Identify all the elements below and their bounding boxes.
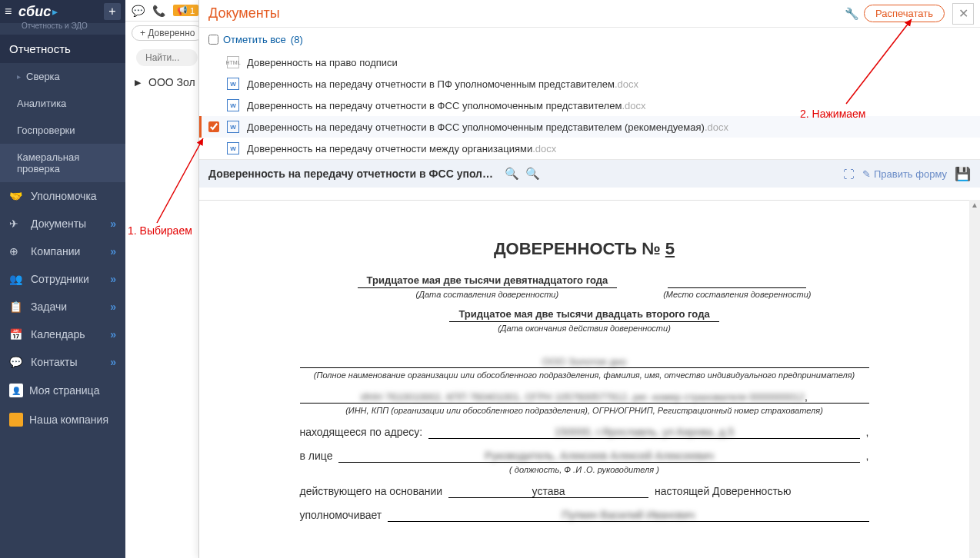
- doc-ext: .docx: [705, 121, 728, 133]
- doc-title: ДОВЕРЕННОСТЬ № 5: [300, 239, 869, 259]
- doc-row[interactable]: HTML Доверенность на право подписи: [199, 51, 980, 73]
- logo-arrow-icon: ▸: [52, 5, 58, 18]
- date-expire-caption: (Дата окончания действия доверенности): [449, 324, 718, 333]
- close-button[interactable]: ✕: [952, 3, 974, 25]
- nav-label: Календарь: [31, 328, 110, 340]
- authorize-label: уполномочивает: [300, 509, 382, 521]
- phone-icon[interactable]: 📞: [152, 5, 165, 17]
- doc-ext: .docx: [532, 143, 556, 154]
- sidebar-item-analytics[interactable]: Аналитика: [0, 90, 125, 117]
- wrench-icon[interactable]: 🔧: [845, 7, 859, 21]
- doc-name: Доверенность на право подписи: [247, 57, 398, 68]
- doc-name: Доверенность на передачу отчетности межд…: [247, 143, 532, 154]
- sidebar-item-sverka[interactable]: ▸ Сверка: [0, 63, 125, 90]
- nav-label: Задачи: [31, 301, 110, 313]
- mark-all-checkbox[interactable]: [208, 35, 218, 45]
- globe-icon: ⊕: [9, 245, 25, 257]
- add-proxy-button[interactable]: + Доверенно: [132, 25, 203, 41]
- sidebar-item-employees[interactable]: 👥 Сотрудники »: [0, 265, 125, 293]
- nav-label: Моя страница: [29, 384, 116, 397]
- word-file-icon: W: [227, 121, 239, 133]
- scrollbar-track[interactable]: ▲: [969, 200, 980, 558]
- zoom-out-icon[interactable]: 🔍: [525, 167, 540, 181]
- sidebar-section-header[interactable]: Отчетность: [0, 35, 125, 63]
- add-button[interactable]: +: [104, 3, 121, 20]
- in-face-caption: ( должность, Ф .И .О. руководителя ): [300, 465, 869, 474]
- document-page: ДОВЕРЕННОСТЬ № 5 Тридцатое мая две тысяч…: [269, 216, 900, 545]
- doc-row[interactable]: W Доверенность на передачу отчетности в …: [199, 116, 980, 138]
- date-expire-value: Тридцатое мая две тысячи двадцать второг…: [449, 308, 718, 322]
- print-button[interactable]: Распечатать: [864, 5, 945, 22]
- basis-suffix: настоящей Доверенностью: [655, 485, 792, 497]
- company-icon: [9, 413, 23, 427]
- annotation-1: 1. Выбираем: [128, 224, 192, 237]
- sidebar: ≡ сбис ▸ + Отчетность и ЭДО Отчетность ▸…: [0, 0, 125, 558]
- zoom-in-icon[interactable]: 🔍: [505, 167, 519, 181]
- mark-all-label: Отметить все: [223, 34, 286, 45]
- title-prefix: ДОВЕРЕННОСТЬ №: [494, 239, 665, 258]
- sidebar-item-tasks[interactable]: 📋 Задачи »: [0, 293, 125, 321]
- org-name-value: ООО Золотое дно: [542, 356, 626, 367]
- save-icon[interactable]: 💾: [955, 166, 971, 182]
- nav-label: Контакты: [31, 356, 110, 368]
- address-label: находящееся по адресу:: [300, 426, 423, 438]
- place-caption: (Место составления доверенности): [663, 290, 811, 299]
- menu-icon[interactable]: ≡: [5, 5, 18, 18]
- preview-body[interactable]: ДОВЕРЕННОСТЬ № 5 Тридцатое мая две тысяч…: [199, 200, 969, 558]
- nav-label: Наша компания: [29, 414, 116, 426]
- nav-label: Аналитика: [17, 98, 116, 109]
- panel-header: Документы 🔧 Распечатать ✕: [199, 0, 980, 28]
- doc-name: Доверенность на передачу отчетности в ФС…: [247, 121, 705, 133]
- expand-caret-icon[interactable]: ▶: [135, 78, 141, 88]
- calendar-icon: 📅: [9, 328, 25, 340]
- date-issued-value: Тридцатое мая две тысячи девятнадцатого …: [358, 274, 618, 288]
- preview-bar: Доверенность на передачу отчетности в ФС…: [199, 160, 980, 188]
- chevron-right-icon: »: [110, 245, 116, 257]
- edit-form-label: Править форму: [874, 168, 947, 180]
- doc-name: Доверенность на передачу отчетности в ПФ…: [247, 78, 615, 90]
- date-issued-caption: (Дата составления доверенности): [358, 290, 618, 299]
- doc-row[interactable]: W Доверенность на передачу отчетности в …: [199, 73, 980, 95]
- word-file-icon: W: [227, 142, 239, 154]
- sidebar-item-calendar[interactable]: 📅 Календарь »: [0, 321, 125, 348]
- nav-label: Сверка: [26, 71, 116, 82]
- doc-row[interactable]: W Доверенность на передачу отчетности ме…: [199, 138, 980, 159]
- sidebar-item-ourcompany[interactable]: Наша компания: [0, 405, 125, 434]
- nav-label: Камеральная проверка: [17, 151, 116, 174]
- mark-all-row[interactable]: Отметить все (8): [199, 28, 980, 51]
- sidebar-item-contacts[interactable]: 💬 Контакты »: [0, 348, 125, 376]
- document-list: HTML Доверенность на право подписи W Дов…: [199, 51, 980, 160]
- address-value: 150000, г.Ярославль, ул.Кирова, д.5: [555, 426, 735, 438]
- sidebar-item-companies[interactable]: ⊕ Компании »: [0, 237, 125, 265]
- doc-checkbox[interactable]: [208, 121, 219, 132]
- sidebar-item-mypage[interactable]: 👤 Моя страница: [0, 376, 125, 405]
- sidebar-item-gosproverki[interactable]: Госпроверки: [0, 117, 125, 144]
- svg-line-0: [157, 138, 203, 223]
- inn-caption: (ИНН, КПП (организации или обособленного…: [300, 406, 869, 415]
- handshake-icon: 🤝: [9, 190, 25, 202]
- in-face-label: в лице: [300, 450, 333, 462]
- sidebar-item-documents[interactable]: ✈ Документы »: [0, 210, 125, 237]
- html-file-icon: HTML: [227, 56, 239, 68]
- sidebar-item-upolnomochka[interactable]: 🤝 Уполномочка: [0, 182, 125, 210]
- expand-icon[interactable]: ⛶: [843, 168, 855, 181]
- inn-value: ИНН 7610010002, КПП 760401001, ОГРН 1057…: [361, 391, 805, 403]
- avatar-icon: 👤: [9, 384, 23, 397]
- edit-form-button[interactable]: ✎ Править форму: [862, 168, 947, 180]
- chat-bubble-icon[interactable]: 💬: [132, 5, 145, 17]
- place-value: [668, 274, 806, 288]
- scroll-up-icon[interactable]: ▲: [969, 200, 980, 211]
- nav-label: Госпроверки: [17, 125, 116, 136]
- doc-row[interactable]: W Доверенность на передачу отчетности в …: [199, 95, 980, 116]
- org-caption: (Полное наименование организации или обо…: [300, 370, 869, 380]
- chevron-right-icon: »: [110, 328, 116, 340]
- search-input[interactable]: [136, 49, 198, 66]
- authorize-value: Пупкин Василий Иванович: [562, 509, 695, 521]
- sidebar-item-kameralnaya[interactable]: Камеральная проверка: [0, 144, 125, 182]
- caret-icon: ▸: [17, 72, 26, 81]
- chevron-right-icon: »: [110, 273, 116, 285]
- logo[interactable]: сбис ▸: [18, 4, 104, 20]
- nav-label: Сотрудники: [31, 273, 110, 285]
- notification-badge[interactable]: 📢 1: [173, 5, 198, 16]
- nav-label: Уполномочка: [31, 190, 116, 202]
